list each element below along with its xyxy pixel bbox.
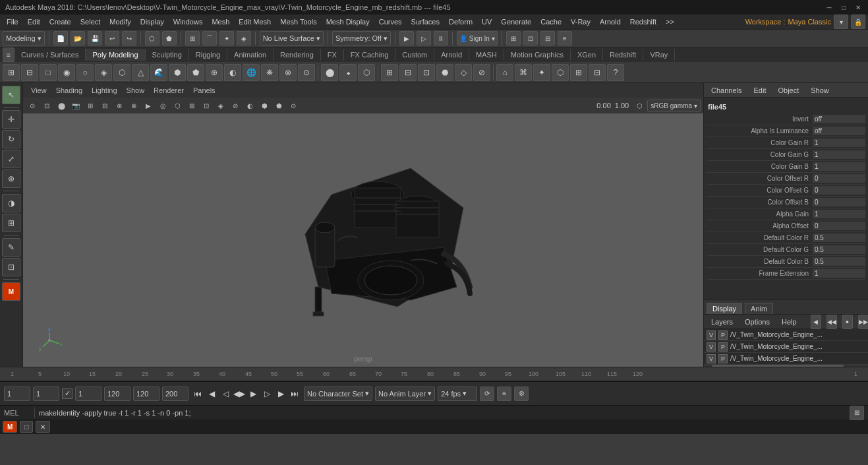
ch-tab-object[interactable]: Object (774, 85, 802, 96)
vp-icon8[interactable]: ⊗ (127, 100, 140, 111)
redo-btn[interactable]: ↪ (122, 31, 136, 46)
icon-mesh4[interactable]: ◉ (58, 64, 75, 81)
icon-mesh23[interactable]: ⊡ (418, 64, 435, 81)
icon-mesh14[interactable]: 🌐 (243, 64, 260, 81)
layer-row-1[interactable]: V P /V_Twin_Motorcycle_Engine_... (704, 329, 868, 341)
snap-grid-btn[interactable]: ⊞ (185, 31, 200, 46)
ipr-btn[interactable]: ▷ (417, 31, 431, 46)
undo-btn[interactable]: ↩ (105, 31, 119, 46)
status-command[interactable]: makeIdentity -apply true -t 1 -r 1 -s 1 … (39, 409, 846, 417)
close-button[interactable]: ✕ (854, 3, 863, 12)
layer-p-2[interactable]: P (718, 342, 728, 352)
vp-panels[interactable]: Panels (189, 85, 219, 96)
next-frame-btn[interactable]: ▶ (274, 387, 287, 400)
icon-mesh32[interactable]: ⊟ (589, 64, 606, 81)
lasso-btn[interactable]: ⬟ (162, 31, 177, 46)
menu-surfaces[interactable]: Surfaces (407, 16, 444, 27)
menu-edit[interactable]: Edit (24, 16, 44, 27)
icon-mesh25[interactable]: ◇ (455, 64, 472, 81)
tab-rigging[interactable]: Rigging (189, 49, 227, 61)
tab-redshift[interactable]: Redshift (603, 49, 643, 61)
play-btn[interactable]: ▶ (246, 387, 260, 400)
tab-anim[interactable]: Anim (745, 303, 773, 314)
paint-btn[interactable]: ✎ (2, 238, 20, 257)
timeline-settings[interactable]: ⟳ (480, 387, 494, 401)
layer-v-2[interactable]: V (707, 342, 716, 352)
menu-arnold[interactable]: Arnold (596, 16, 625, 27)
vp-view[interactable]: View (27, 85, 51, 96)
ch-tab-edit[interactable]: Edit (750, 85, 769, 96)
icon-mesh6[interactable]: ◈ (95, 64, 112, 81)
go-end-btn[interactable]: ⏭ (288, 387, 301, 400)
soft-select-btn[interactable]: ◑ (2, 194, 20, 212)
tab-mash[interactable]: MASH (469, 49, 504, 61)
menu-deform[interactable]: Deform (445, 16, 477, 27)
tab-display[interactable]: Display (707, 303, 742, 314)
tab-poly-modeling[interactable]: Poly Modeling (86, 49, 145, 61)
vp-lighting[interactable]: Lighting (88, 85, 121, 96)
layer-options[interactable]: Options (741, 317, 773, 327)
icon-mesh16[interactable]: ⊗ (279, 64, 297, 81)
frame-end3[interactable]: 200 (162, 387, 188, 401)
tabs-toggle[interactable]: ≡ (3, 47, 14, 62)
viewport[interactable]: View Shading Lighting Show Renderer Pane… (23, 83, 703, 367)
vp-icon6[interactable]: ⊟ (98, 100, 111, 111)
layer-v-1[interactable]: V (707, 330, 716, 340)
scale-tool[interactable]: ⤢ (2, 150, 20, 168)
vp-icon13[interactable]: ⊡ (200, 100, 213, 111)
rotate-tool[interactable]: ↻ (2, 130, 20, 148)
go-start-btn[interactable]: ⏮ (191, 387, 204, 400)
menu-vray[interactable]: V-Ray (567, 16, 594, 27)
icon-mesh28[interactable]: ⌘ (515, 64, 532, 81)
character-set-dropdown[interactable]: No Character Set ▾ (304, 387, 372, 401)
vp-icon12[interactable]: ⊞ (185, 100, 198, 111)
ui-btn4[interactable]: ≡ (558, 31, 572, 46)
icon-mesh19[interactable]: ⬥ (339, 64, 357, 81)
frame-start[interactable]: 1 (4, 387, 30, 401)
ui-btn1[interactable]: ⊞ (506, 31, 521, 46)
vp-icon19[interactable]: ⊙ (287, 100, 300, 111)
prev-key-btn[interactable]: ◁ (219, 387, 232, 400)
snap-surface-btn[interactable]: ◈ (237, 31, 251, 46)
icon-mesh9[interactable]: 🌊 (150, 64, 167, 81)
layer-row-2[interactable]: V P /V_Twin_Motorcycle_Engine_... (704, 341, 868, 353)
icon-mesh1[interactable]: ⊞ (3, 64, 20, 81)
icon-mesh21[interactable]: ⊞ (381, 64, 398, 81)
menu-windows[interactable]: Windows (169, 16, 207, 27)
window-controls[interactable]: ─ □ ✕ (825, 3, 863, 12)
tab-xgen[interactable]: XGen (571, 49, 603, 61)
pause-btn[interactable]: ⏸ (434, 31, 448, 46)
tab-fx-caching[interactable]: FX Caching (344, 49, 395, 61)
layer-p-3[interactable]: P (718, 354, 728, 363)
workspace-lock[interactable]: 🔒 (851, 15, 865, 29)
icon-mesh31[interactable]: ⊞ (570, 64, 587, 81)
menu-mesh-tools[interactable]: Mesh Tools (276, 16, 320, 27)
vp-renderer[interactable]: Renderer (150, 85, 188, 96)
timeline-btn2[interactable]: ≡ (497, 387, 511, 401)
vp-icon14[interactable]: ◈ (214, 100, 227, 111)
universal-tool[interactable]: ⊕ (2, 170, 20, 188)
frame-end2[interactable]: 120 (133, 387, 159, 401)
vp-icon18[interactable]: ⬟ (272, 100, 285, 111)
vp-icon16[interactable]: ◐ (243, 100, 256, 111)
vp-icon11[interactable]: ⬡ (171, 100, 184, 111)
icon-mesh5[interactable]: ○ (76, 64, 94, 81)
play-back-btn[interactable]: ◀▶ (233, 387, 246, 400)
anim-layer-dropdown[interactable]: No Anim Layer ▾ (375, 387, 435, 401)
vp-icon10[interactable]: ◎ (156, 100, 169, 111)
vp-icon17[interactable]: ⬢ (258, 100, 271, 111)
layer-p-1[interactable]: P (718, 330, 728, 340)
ch-tab-show[interactable]: Show (807, 85, 832, 96)
menu-uv[interactable]: UV (478, 16, 496, 27)
vp-icon5[interactable]: ⊞ (84, 100, 97, 111)
menu-curves[interactable]: Curves (375, 16, 406, 27)
frame-val[interactable]: 1 (75, 387, 101, 401)
icon-mesh12[interactable]: ⊕ (206, 64, 223, 81)
tab-arnold[interactable]: Arnold (434, 49, 469, 61)
menu-modify[interactable]: Modify (105, 16, 134, 27)
tab-fx[interactable]: FX (321, 49, 344, 61)
icon-mesh17[interactable]: ⊙ (298, 64, 315, 81)
icon-mesh2[interactable]: ⊟ (21, 64, 38, 81)
move-tool[interactable]: ✛ (2, 110, 20, 129)
frame-end1[interactable]: 120 (104, 387, 130, 401)
